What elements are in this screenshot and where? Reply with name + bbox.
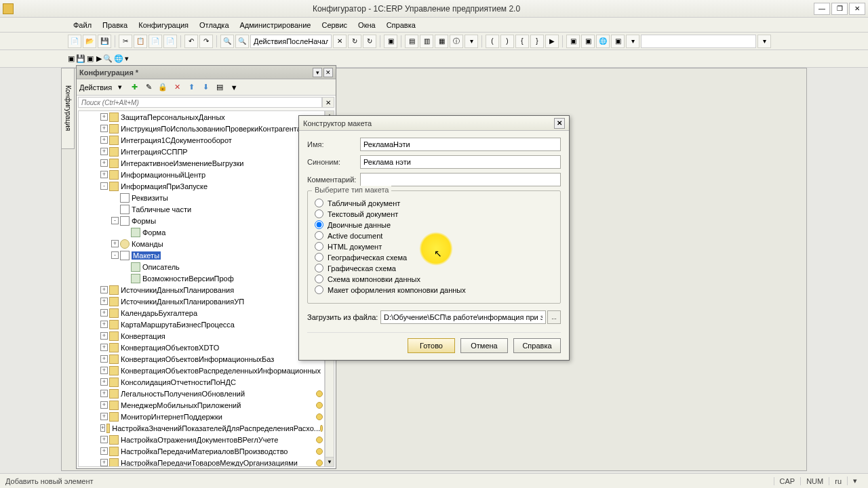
tree-node[interactable]: Реквизиты [79,192,324,203]
expand-icon[interactable]: + [100,309,108,317]
tree-node[interactable]: ВозможностиВерсииПроф [79,272,324,284]
synonym-input[interactable] [360,155,561,169]
tree-node[interactable]: +ИнформационныйЦентр [79,169,324,180]
sort-icon[interactable]: ▤ [214,81,226,94]
template-type-radio[interactable] [315,242,323,251]
radio-label[interactable]: Географическая схема [328,253,407,262]
bracket3-icon[interactable]: { [515,35,529,48]
tool3-icon[interactable]: ▥ [420,35,433,48]
refresh-icon[interactable]: ↻ [348,35,361,48]
tree-node[interactable]: -Формы [79,215,324,226]
config-tree[interactable]: +ЗащитаПерсональныхДанных+ИнструкцияПоИс… [78,110,325,467]
tree-node[interactable]: +НастройкаПередачиТоваровМеждуОрганизаци… [79,457,324,467]
tree-node[interactable]: Табличные части [79,203,324,215]
save-icon[interactable]: 💾 [98,35,111,48]
load-path-input[interactable] [380,310,546,324]
new-icon[interactable]: 📄 [68,35,81,48]
template-type-radio[interactable] [315,274,323,283]
movedown-icon[interactable]: ⬇ [199,81,212,94]
dialog-close-icon[interactable]: ✕ [554,118,565,129]
tree-node[interactable]: +ИнтерактивноеИзменениеВыгрузки [79,157,324,169]
minimize-button[interactable]: — [814,3,830,15]
bracket1-icon[interactable]: ( [486,35,499,48]
t2-3-icon[interactable]: ▣ [87,54,94,63]
expand-icon[interactable]: + [100,378,108,386]
comment-input[interactable] [360,173,561,186]
radio-label[interactable]: Табличный документ [328,199,400,207]
expand-icon[interactable]: + [100,136,108,144]
t2-5-icon[interactable]: 🔍 [103,54,113,63]
info-icon[interactable]: ⓘ [450,35,463,48]
tree-node[interactable]: +КонвертацияОбъектовРаспределенныхИнформ… [79,365,324,376]
radio-label[interactable]: Макет оформления компоновки данных [328,286,466,294]
status-lang[interactable]: ru [829,477,847,485]
actions-menu[interactable]: Действия [79,83,112,92]
clear-icon[interactable]: ✕ [333,35,347,48]
tool2-icon[interactable]: ▤ [405,35,418,48]
tree-node[interactable]: +КонсолидацияОтчетностиПоНДС [79,376,324,388]
cut-icon[interactable]: ✂ [119,35,132,48]
status-lang-dropdown-icon[interactable]: ▾ [847,476,863,485]
radio-label[interactable]: Схема компоновки данных [328,275,420,283]
collapse-icon[interactable]: - [111,217,119,224]
search-clear-icon[interactable]: ✕ [322,97,334,108]
collapse-icon[interactable]: - [111,251,119,259]
help-button[interactable]: Справка [513,338,561,353]
dropdown3-icon[interactable]: ▾ [757,35,771,48]
menu-edit[interactable]: Правка [97,19,133,31]
menu-config[interactable]: Конфигурация [133,19,194,31]
paste-icon[interactable]: 📄 [149,35,162,48]
cancel-button[interactable]: Отмена [460,338,508,353]
tree-node[interactable]: +МониторИнтернетПоддержки [79,411,324,422]
menu-service[interactable]: Сервис [316,19,353,31]
bracket2-icon[interactable]: ) [500,35,514,48]
run-icon[interactable]: ▶ [545,35,559,48]
template-type-radio[interactable] [315,253,323,262]
sidetab-config[interactable]: Конфигурация [61,68,75,149]
tree-node[interactable]: +ИсточникиДанныхПланирования [79,284,324,296]
maximize-button[interactable]: ❐ [831,3,848,15]
radio-label[interactable]: Графическая схема [328,264,396,272]
open-icon[interactable]: 📂 [83,35,96,48]
actions-dropdown-icon[interactable]: ▾ [114,81,126,94]
template-type-radio[interactable] [315,220,323,229]
config-search-input[interactable] [78,97,322,108]
expand-icon[interactable]: + [100,436,108,443]
tree-node[interactable]: +МенеджерМобильныхПриложений [79,399,324,411]
dialog-header[interactable]: Конструктор макета ✕ [299,116,569,131]
template-type-radio[interactable] [315,264,323,272]
t2-4-icon[interactable]: ▶ [96,54,102,63]
tree-node[interactable]: +ЗащитаПерсональныхДанных [79,111,324,123]
radio-label[interactable]: HTML документ [328,243,382,251]
tree-node[interactable]: +ЛегальностьПолученияОбновлений [79,388,324,399]
expand-icon[interactable]: + [100,459,108,466]
radio-label[interactable]: Active document [328,232,382,240]
expand-icon[interactable]: + [100,148,108,155]
scroll-down-icon[interactable]: ▼ [326,457,334,466]
tree-node[interactable]: +ИсточникиДанныхПланированияУП [79,296,324,307]
t2-6-icon[interactable]: 🌐 [114,54,123,63]
expand-icon[interactable]: + [100,424,105,432]
template-type-radio[interactable] [315,209,323,218]
tree-node[interactable]: -ИнформацияПриЗапуске [79,180,324,192]
tree-node[interactable]: Описатель [79,261,324,272]
tree-node[interactable]: +КалендарьБухгалтера [79,307,324,319]
tree-node[interactable]: +ИнтеграцияССППР [79,146,324,157]
paste2-icon[interactable]: 📄 [163,35,177,48]
tree-node[interactable]: +Команды [79,238,324,249]
tree-node[interactable]: +НастройкаЗначенийПоказателейДляРаспреде… [79,422,324,434]
db2-icon[interactable]: ▣ [581,35,595,48]
undo-icon[interactable]: ↶ [184,35,198,48]
expand-icon[interactable]: + [100,332,108,340]
expand-icon[interactable]: + [100,390,108,397]
db4-icon[interactable]: ▣ [611,35,625,48]
browse-button[interactable]: ... [547,310,561,324]
expand-icon[interactable]: + [100,401,108,409]
collapse-icon[interactable]: - [100,182,108,190]
menu-file[interactable]: Файл [68,19,97,31]
expand-icon[interactable]: + [100,171,108,178]
expand-icon[interactable]: + [100,159,108,167]
tree-node[interactable]: +НастройкаПередачиМатериаловВПроизводств… [79,445,324,457]
find2-icon[interactable]: 🔍 [235,35,249,48]
expand-icon[interactable]: + [111,240,119,247]
